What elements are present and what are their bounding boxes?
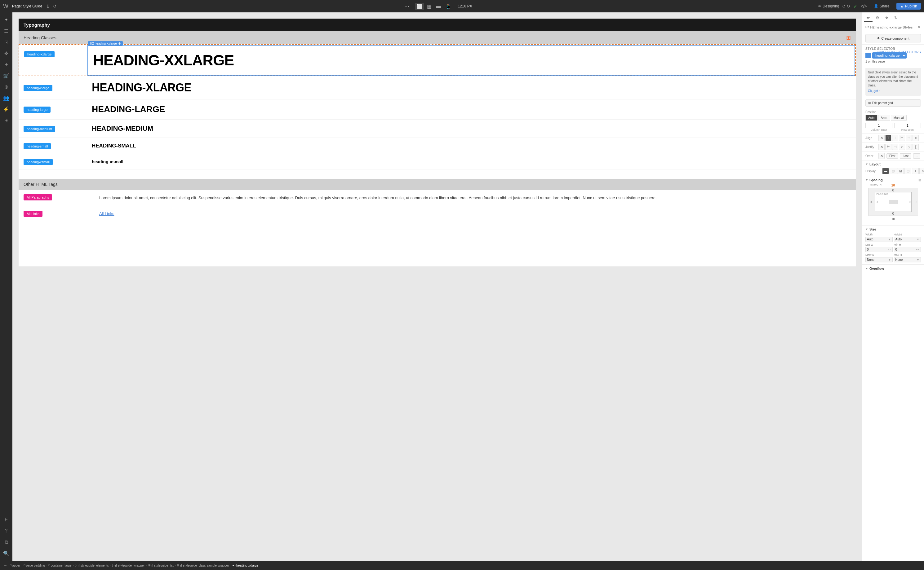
align-x-btn[interactable]: ✕ — [878, 135, 885, 141]
justify-start-btn[interactable]: ⊢ — [885, 144, 892, 150]
info-icon[interactable]: ℹ — [46, 3, 50, 9]
heading-text-xsmall[interactable]: heading-xsmall — [92, 159, 851, 164]
pos-auto-btn[interactable]: Auto — [866, 115, 878, 121]
chip-gear-icon[interactable]: ⚙ — [118, 42, 121, 45]
badge-xxlarge[interactable]: heading-xxlarge — [24, 51, 55, 57]
display-flex-btn[interactable]: ⊞ — [890, 168, 896, 174]
bread-item-heading-xxlarge[interactable]: H2 heading-xxlarge — [232, 564, 258, 567]
row-span-input[interactable] — [894, 123, 921, 128]
sidebar-icon-users[interactable]: 👥 — [1, 93, 11, 103]
justify-end-btn[interactable]: ⟤ — [899, 144, 905, 150]
justify-center-btn[interactable]: ⊣ — [892, 144, 898, 150]
badge-all-paragraphs[interactable]: All Paragraphs — [23, 194, 52, 201]
badge-xsmall[interactable]: heading-xsmall — [23, 159, 53, 165]
ok-got-it-btn[interactable]: Ok, got it — [868, 89, 918, 93]
layout-title[interactable]: ▼ Layout — [866, 162, 921, 166]
justify-x-btn[interactable]: ✕ — [878, 144, 885, 150]
publish-btn[interactable]: ▲ Publish — [896, 3, 921, 9]
breadcrumb-dots[interactable]: ⋯ — [3, 562, 9, 568]
bread-item-page-padding[interactable]: □ page-padding — [23, 564, 45, 567]
margin-bottom-val[interactable]: 10 — [892, 218, 895, 221]
width-val[interactable]: Auto ▼ — [866, 237, 893, 242]
min-w-val[interactable]: 0 PX — [866, 247, 893, 252]
padding-left-val[interactable]: 0 — [876, 201, 878, 204]
grid-options-icon[interactable]: ⊞ — [846, 34, 851, 41]
sidebar-icon-logic[interactable]: ⚡ — [1, 104, 11, 114]
pos-area-btn[interactable]: Area — [878, 115, 890, 121]
display-text-btn[interactable]: T — [912, 168, 919, 174]
bread-item-apper[interactable]: □ apper — [10, 564, 20, 567]
padding-bottom-val[interactable]: 0 — [892, 212, 894, 215]
justify-stretch-btn[interactable]: ⟦ — [913, 144, 919, 150]
pos-manual-btn[interactable]: Manual — [891, 115, 907, 121]
padding-top-val[interactable]: 0 — [892, 188, 894, 192]
heading-text-medium[interactable]: HEADING-MEDIUM — [92, 124, 851, 133]
justify-between-btn[interactable]: ⟥ — [906, 144, 912, 150]
panel-close-icon[interactable]: ✕ — [918, 25, 921, 29]
bread-item-rl-elements[interactable]: ▷ rl-styleguide_elements — [75, 564, 109, 567]
height-val[interactable]: Auto ▼ — [894, 237, 921, 242]
padding-right-val[interactable]: 0 — [909, 201, 911, 204]
badge-large[interactable]: heading-large — [23, 107, 51, 113]
sidebar-icon-assets[interactable]: ✦ — [1, 60, 11, 69]
max-h-val[interactable]: None ▼ — [894, 257, 921, 262]
display-none-btn[interactable]: ⊟ — [904, 168, 911, 174]
designing-btn[interactable]: ✏ Designing — [818, 4, 839, 8]
sidebar-icon-font[interactable]: F — [1, 515, 11, 525]
tab-components[interactable]: ❖ — [882, 14, 891, 22]
heading-text-col-xxlarge[interactable]: H2 heading-xxlarge ⚙ HEADING-XXLARGE — [88, 45, 855, 76]
split-view-btn[interactable]: ▬ — [434, 3, 443, 9]
tab-settings[interactable]: ⚙ — [873, 14, 882, 22]
code-icon[interactable]: </> — [861, 4, 867, 9]
bread-item-rl-wrapper[interactable]: ▷ rl-styleguide_wrapper — [112, 564, 145, 567]
create-component-btn[interactable]: ❖ Create component — [866, 34, 921, 43]
style-selector-dropdown[interactable]: heading-xxlarge — [872, 52, 907, 58]
align-stretch-btn[interactable]: ⊣ — [906, 135, 912, 141]
heading-text-small[interactable]: HEADING-SMALL — [92, 143, 851, 149]
tab-style[interactable]: ✏ — [864, 14, 873, 22]
badge-medium[interactable]: heading-medium — [23, 126, 55, 132]
order-first-btn[interactable]: First — [887, 153, 898, 159]
grid-view-btn[interactable]: ▦ — [426, 3, 433, 10]
tab-interact[interactable]: ↻ — [892, 14, 900, 22]
display-block-btn[interactable]: ▬ — [882, 168, 889, 174]
align-top-btn[interactable]: ⊤ — [885, 135, 892, 141]
spacing-grid-icon[interactable]: ⊞ — [918, 178, 921, 182]
sidebar-icon-grid[interactable]: ⧉ — [1, 537, 11, 547]
sidebar-icon-help[interactable]: ? — [1, 526, 11, 536]
bread-item-container-large[interactable]: □ container-large — [48, 564, 71, 567]
sidebar-icon-search[interactable]: 🔍 — [1, 548, 11, 558]
align-middle-btn[interactable]: ⊥ — [892, 135, 898, 141]
edit-parent-grid-btn[interactable]: ⊞ Edit parent grid — [866, 100, 921, 107]
max-w-val[interactable]: None ▼ — [866, 257, 893, 262]
badge-xlarge[interactable]: heading-xlarge — [23, 85, 52, 91]
bread-item-rl-list[interactable]: ⊞ rl-styleguide_list — [148, 564, 174, 567]
margin-top-val[interactable]: 20 — [892, 184, 895, 187]
min-h-val[interactable]: 0 PX — [894, 247, 921, 252]
margin-right-val[interactable]: 0 — [915, 201, 916, 204]
more-icon[interactable]: ⋯ — [404, 3, 410, 9]
desktop-view-btn[interactable]: ⬜ — [415, 3, 424, 10]
redo-btn[interactable]: ↻ — [847, 4, 850, 9]
margin-left-val[interactable]: 0 — [870, 201, 872, 204]
spacing-title[interactable]: ▼ Spacing — [866, 178, 883, 182]
refresh-icon[interactable]: ↺ — [52, 3, 58, 9]
heading-text-xlarge[interactable]: HEADING-XLARGE — [92, 81, 851, 94]
mobile-view-btn[interactable]: 📱 — [444, 3, 453, 10]
share-btn[interactable]: 👤 Share — [870, 3, 893, 9]
sidebar-icon-components[interactable]: ❖ — [1, 48, 11, 58]
heading-text-large[interactable]: HEADING-LARGE — [92, 104, 851, 114]
display-grid-btn[interactable]: ⊠ — [897, 168, 904, 174]
sidebar-icon-cms[interactable]: ⊚ — [1, 82, 11, 92]
size-title[interactable]: ▼ Size — [866, 227, 921, 231]
align-baseline-btn[interactable]: ≡ — [913, 135, 919, 141]
badge-all-links[interactable]: All Links — [23, 211, 43, 217]
sidebar-icon-integrations[interactable]: ⊞ — [1, 115, 11, 125]
order-last-btn[interactable]: Last — [900, 153, 911, 159]
sidebar-icon-add[interactable]: + — [1, 15, 11, 25]
sidebar-icon-layers[interactable]: ☰ — [1, 26, 11, 36]
bread-item-rl-class-sample[interactable]: ⊞ rl-styleguide_class-sample-wrapper — [177, 564, 229, 567]
links-text[interactable]: All Links — [99, 211, 114, 216]
sidebar-icon-pages[interactable]: ⊡ — [1, 37, 11, 47]
order-more-btn[interactable]: ··· — [913, 153, 920, 159]
